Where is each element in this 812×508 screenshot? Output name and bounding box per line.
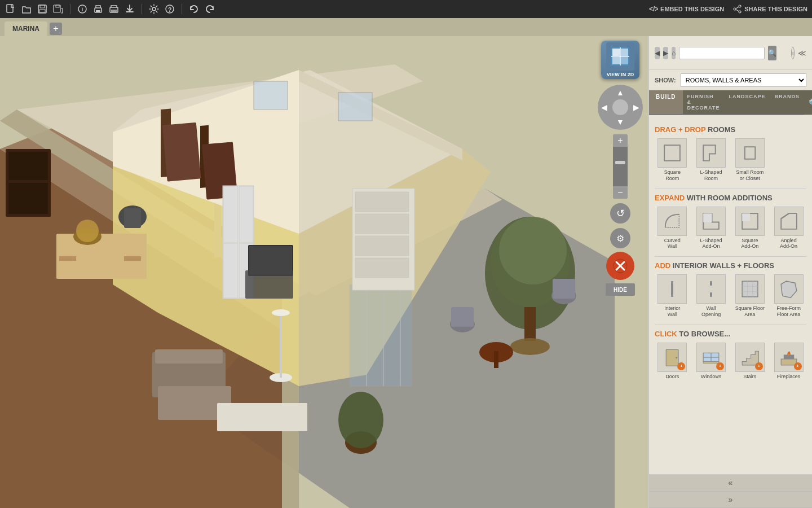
panel-bottom: « » bbox=[649, 474, 812, 508]
fireplaces-item[interactable]: + Fireplaces bbox=[771, 343, 806, 380]
nav-left-button[interactable]: ◀ bbox=[601, 103, 607, 112]
svg-point-83 bbox=[338, 392, 383, 448]
canvas-area[interactable]: VIEW IN 2D ▲ ▼ ◀ ▶ + − ↺ ⚙ bbox=[0, 36, 648, 508]
panel-forward-button[interactable]: ▶ bbox=[663, 47, 668, 59]
svg-rect-95 bbox=[254, 81, 288, 110]
settings-icon[interactable] bbox=[148, 3, 160, 15]
svg-point-68 bbox=[76, 220, 99, 242]
svg-rect-92 bbox=[355, 258, 409, 278]
open-file-icon[interactable] bbox=[20, 3, 33, 15]
svg-rect-84 bbox=[350, 284, 412, 386]
rotate-button[interactable]: ↺ bbox=[610, 203, 630, 224]
small-room-icon bbox=[735, 138, 765, 168]
lshaped-room-item[interactable]: L-ShapedRoom bbox=[694, 138, 729, 182]
tab-landscape[interactable]: LANDSCAPE bbox=[724, 90, 770, 115]
divider-3 bbox=[655, 325, 806, 325]
svg-rect-77 bbox=[451, 307, 474, 327]
svg-rect-70 bbox=[124, 208, 141, 228]
lshaped-addon-item[interactable]: L-ShapedAdd-On bbox=[694, 207, 729, 250]
interior-wall-item[interactable]: InteriorWall bbox=[655, 274, 690, 318]
doors-label: Doors bbox=[665, 374, 679, 380]
hide-button[interactable]: HIDE bbox=[606, 283, 635, 296]
panel-collapse-down-button[interactable]: » bbox=[649, 492, 812, 509]
svg-rect-5 bbox=[56, 5, 59, 7]
freeform-floor-icon bbox=[774, 274, 804, 304]
svg-rect-89 bbox=[355, 192, 409, 212]
zoom-control[interactable]: + − bbox=[613, 134, 628, 199]
tab-marina[interactable]: MARINA bbox=[5, 21, 47, 36]
nav-up-button[interactable]: ▲ bbox=[616, 88, 624, 97]
zoom-track[interactable] bbox=[613, 147, 628, 186]
tab-build[interactable]: BUILD bbox=[649, 90, 683, 115]
save-as-icon[interactable] bbox=[52, 3, 64, 15]
panel-back-button[interactable]: ◀ bbox=[655, 47, 660, 59]
windows-label: Windows bbox=[701, 374, 722, 380]
freeform-floor-label: Free-FormFloor Area bbox=[776, 305, 801, 318]
svg-rect-98 bbox=[612, 49, 620, 56]
curved-wall-item[interactable]: CurvedWall bbox=[655, 207, 690, 250]
small-room-label: Small Roomor Closet bbox=[736, 169, 764, 182]
svg-point-16 bbox=[739, 5, 741, 7]
panel-collapse-up-button[interactable]: « bbox=[649, 475, 812, 492]
tab-furnish[interactable]: FURNISH & DECORATE bbox=[683, 90, 725, 115]
panel-info-button[interactable]: i bbox=[791, 47, 795, 59]
view-2d-button[interactable]: VIEW IN 2D bbox=[601, 41, 639, 79]
nav-right-button[interactable]: ▶ bbox=[633, 103, 639, 112]
interior-walls-grid: InteriorWall WallOpening bbox=[655, 274, 806, 318]
directional-nav[interactable]: ▲ ▼ ◀ ▶ bbox=[598, 85, 643, 130]
svg-rect-107 bbox=[665, 145, 681, 161]
panel-home-button[interactable]: ⌂ bbox=[672, 47, 676, 59]
svg-rect-3 bbox=[39, 10, 45, 12]
save-icon[interactable] bbox=[36, 3, 48, 15]
overlay-settings-button[interactable]: ⚙ bbox=[610, 228, 630, 248]
print-icon[interactable] bbox=[92, 3, 104, 15]
wall-opening-icon bbox=[696, 274, 726, 304]
square-addon-icon bbox=[735, 207, 765, 236]
tab-brands[interactable]: BRANDS bbox=[770, 90, 804, 115]
svg-point-17 bbox=[739, 11, 741, 13]
embed-share-area: </> EMBED THIS DESIGN SHARE THIS DESIGN bbox=[649, 5, 807, 14]
freeform-floor-item[interactable]: Free-FormFloor Area bbox=[771, 274, 806, 318]
embed-button[interactable]: </> EMBED THIS DESIGN bbox=[649, 5, 724, 14]
zoom-out-button[interactable]: − bbox=[613, 186, 628, 199]
angled-addon-item[interactable]: AngledAdd-On bbox=[771, 207, 806, 250]
panel-search-input[interactable] bbox=[679, 47, 765, 59]
tab-search[interactable]: 🔍 bbox=[804, 90, 812, 115]
stairs-item[interactable]: + Stairs bbox=[732, 343, 768, 380]
floor-area-item[interactable]: Square FloorArea bbox=[732, 274, 768, 318]
zoom-thumb[interactable] bbox=[615, 161, 625, 164]
interior-wall-label: InteriorWall bbox=[664, 305, 680, 318]
print2-icon[interactable] bbox=[108, 3, 120, 15]
svg-text:?: ? bbox=[168, 6, 172, 13]
svg-rect-66 bbox=[124, 256, 141, 261]
floor-area-label: Square FloorArea bbox=[735, 305, 765, 318]
main-area: VIEW IN 2D ▲ ▼ ◀ ▶ + − ↺ ⚙ bbox=[0, 36, 812, 508]
svg-point-121 bbox=[676, 357, 678, 358]
new-file-icon[interactable] bbox=[5, 3, 17, 15]
share-button[interactable]: SHARE THIS DESIGN bbox=[733, 5, 807, 14]
panel-search-button[interactable]: 🔍 bbox=[768, 46, 776, 60]
small-room-item[interactable]: Small Roomor Closet bbox=[732, 138, 768, 182]
panel-minimize-button[interactable]: ≪ bbox=[798, 47, 806, 59]
curved-wall-icon bbox=[657, 207, 687, 236]
nav-down-button[interactable]: ▼ bbox=[616, 117, 624, 126]
wall-opening-item[interactable]: WallOpening bbox=[694, 274, 729, 318]
svg-rect-56 bbox=[280, 313, 282, 378]
add-tab-button[interactable]: + bbox=[50, 23, 62, 35]
square-addon-item[interactable]: SquareAdd-On bbox=[732, 207, 768, 250]
export-icon[interactable] bbox=[123, 3, 136, 15]
info-icon[interactable]: i bbox=[76, 3, 89, 15]
overlay-active-button[interactable] bbox=[606, 252, 634, 280]
undo-icon[interactable] bbox=[188, 3, 200, 15]
svg-rect-65 bbox=[59, 256, 76, 261]
help-icon[interactable]: ? bbox=[164, 3, 176, 15]
square-room-item[interactable]: SquareRoom bbox=[655, 138, 690, 182]
show-dropdown[interactable]: ROOMS, WALLS & AREAS bbox=[681, 73, 806, 87]
tab-bar: MARINA + bbox=[0, 18, 812, 36]
svg-rect-101 bbox=[621, 57, 628, 64]
zoom-in-button[interactable]: + bbox=[613, 134, 628, 147]
doors-item[interactable]: + Doors bbox=[655, 343, 690, 380]
redo-icon[interactable] bbox=[204, 3, 216, 15]
svg-rect-109 bbox=[703, 213, 712, 222]
windows-item[interactable]: + Windows bbox=[694, 343, 729, 380]
